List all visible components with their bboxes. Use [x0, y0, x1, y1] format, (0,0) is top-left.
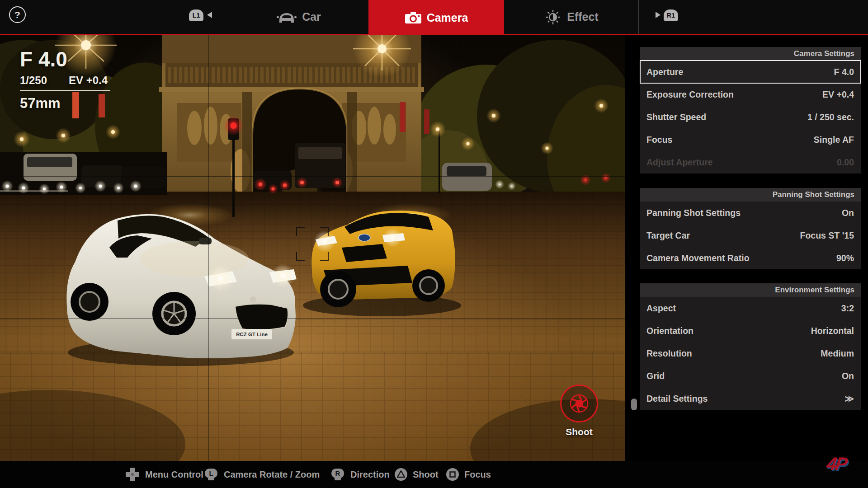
setting-row-aperture[interactable]: Aperture F 4.0: [640, 61, 861, 83]
aperture-shutter-icon: [569, 393, 590, 414]
tab-car-label: Car: [302, 10, 321, 23]
setting-row-adjust-aperture: Adjust Aperture 0.00: [640, 151, 861, 174]
tab-camera-label: Camera: [427, 11, 468, 24]
car-icon: [276, 10, 297, 24]
photo-mode-screen: RCZ GT Line F 4.0 1/250 EV +0.4: [0, 0, 868, 488]
setting-label: Aspect: [646, 303, 676, 314]
dpad-icon: [125, 467, 140, 482]
setting-value: Horizontal: [811, 326, 854, 336]
r1-label: R1: [667, 12, 675, 19]
hint-label: Shoot: [413, 469, 439, 480]
environment-settings-panel: Environment Settings Aspect 3:2 Orientat…: [640, 283, 861, 410]
help-button[interactable]: ?: [9, 6, 26, 23]
hint-shoot: Shoot: [394, 461, 439, 488]
setting-row-exposure-correction[interactable]: Exposure Correction EV +0.4: [640, 83, 861, 106]
setting-value: Medium: [821, 348, 854, 359]
setting-label: Detail Settings: [646, 394, 708, 404]
setting-label: Grid: [646, 371, 665, 381]
setting-value: 90%: [836, 253, 854, 263]
triangle-button-icon: [394, 468, 408, 481]
setting-value: 1 / 250 sec.: [807, 112, 854, 122]
license-plate: RCZ GT Line: [236, 332, 268, 337]
setting-row-resolution[interactable]: Resolution Medium: [640, 342, 861, 365]
setting-label: Shutter Speed: [646, 112, 706, 122]
setting-row-detail-settings[interactable]: Detail Settings ≫: [640, 387, 861, 410]
traffic-left: [0, 152, 167, 195]
setting-label: Target Car: [646, 230, 690, 241]
tab-camera[interactable]: Camera: [368, 0, 504, 35]
4players-logo: 4P: [825, 454, 866, 478]
setting-value: 0.00: [837, 157, 854, 168]
setting-row-orientation[interactable]: Orientation Horizontal: [640, 319, 861, 342]
camera-settings-panel: Camera Settings Aperture F 4.0 Exposure …: [640, 47, 861, 174]
hint-label: Focus: [464, 469, 491, 480]
setting-label: Panning Shot Settings: [646, 208, 741, 218]
setting-row-grid[interactable]: Grid On: [640, 365, 861, 387]
setting-value: Single AF: [814, 135, 854, 145]
camera-icon: [405, 11, 422, 24]
setting-label: Orientation: [646, 326, 693, 336]
setting-row-camera-movement-ratio[interactable]: Camera Movement Ratio 90%: [640, 247, 861, 269]
shoot-button-label: Shoot: [555, 427, 603, 437]
controller-hint-bar: Menu Control L Camera Rotate / Zoom R Di…: [0, 461, 868, 488]
setting-value: EV +0.4: [822, 89, 854, 100]
ev-readout: EV +0.4: [69, 74, 108, 87]
tab-effect[interactable]: Effect: [504, 0, 638, 34]
readout-divider: [20, 90, 110, 91]
setting-row-shutter-speed[interactable]: Shutter Speed 1 / 250 sec.: [640, 106, 861, 128]
setting-row-focus[interactable]: Focus Single AF: [640, 128, 861, 151]
focus-bracket: [296, 227, 329, 261]
aperture-readout: F 4.0: [20, 48, 110, 70]
setting-label: Camera Movement Ratio: [646, 253, 750, 263]
shutter-readout: 1/250: [20, 74, 47, 87]
tab-effect-label: Effect: [567, 10, 598, 23]
help-icon: ?: [14, 9, 20, 20]
prev-tab-arrow-icon[interactable]: [207, 12, 212, 18]
l-stick-icon: L: [203, 468, 219, 481]
setting-row-panning-shot[interactable]: Panning Shot Settings On: [640, 202, 861, 224]
setting-value: On: [842, 208, 854, 218]
effect-icon: [544, 8, 562, 26]
svg-text:R: R: [335, 469, 340, 477]
chevron-right-icon: ≫: [845, 394, 854, 404]
4players-logo-text: 4P: [826, 454, 848, 474]
l1-label: L1: [193, 12, 200, 19]
hint-label: Direction: [350, 469, 390, 480]
hint-direction: R Direction: [330, 461, 390, 488]
setting-label: Adjust Aperture: [646, 157, 713, 168]
setting-label: Exposure Correction: [646, 89, 734, 100]
tab-divider-right: [638, 0, 639, 34]
square-button-icon: [446, 468, 459, 481]
grid-line-horizontal-2: [0, 318, 625, 319]
panel-title: Camera Settings: [640, 47, 861, 61]
r-stick-icon: R: [330, 468, 345, 481]
l1-button[interactable]: L1: [189, 9, 203, 21]
hint-menu-control: Menu Control: [125, 461, 203, 488]
hint-label: Camera Rotate / Zoom: [224, 469, 320, 480]
hint-label: Menu Control: [145, 469, 203, 480]
setting-row-target-car[interactable]: Target Car Focus ST '15: [640, 224, 861, 247]
hint-focus: Focus: [446, 461, 491, 488]
tab-car[interactable]: Car: [229, 0, 368, 34]
setting-value: On: [842, 371, 854, 381]
settings-scrollbar-thumb[interactable]: [631, 399, 637, 410]
hint-camera-rotate-zoom: L Camera Rotate / Zoom: [203, 461, 320, 488]
r1-button[interactable]: R1: [664, 9, 678, 21]
setting-label: Resolution: [646, 348, 692, 359]
panning-shot-settings-panel: Panning Shot Settings Panning Shot Setti…: [640, 188, 861, 269]
setting-label: Focus: [646, 135, 672, 145]
svg-text:L: L: [209, 469, 213, 477]
setting-value: Focus ST '15: [800, 230, 854, 241]
next-tab-arrow-icon[interactable]: [656, 12, 660, 18]
panel-title: Environment Settings: [640, 283, 861, 297]
panel-title: Panning Shot Settings: [640, 188, 861, 202]
shoot-button[interactable]: [560, 385, 598, 422]
setting-label: Aperture: [646, 67, 683, 77]
focal-length-readout: 57mm: [20, 95, 110, 112]
setting-value: 3:2: [841, 303, 854, 314]
grid-line-vertical-2: [417, 35, 417, 461]
setting-value: F 4.0: [834, 67, 854, 77]
top-tab-bar: ? L1 Car Camera: [0, 0, 868, 35]
grid-line-vertical-1: [208, 35, 209, 461]
setting-row-aspect[interactable]: Aspect 3:2: [640, 297, 861, 319]
